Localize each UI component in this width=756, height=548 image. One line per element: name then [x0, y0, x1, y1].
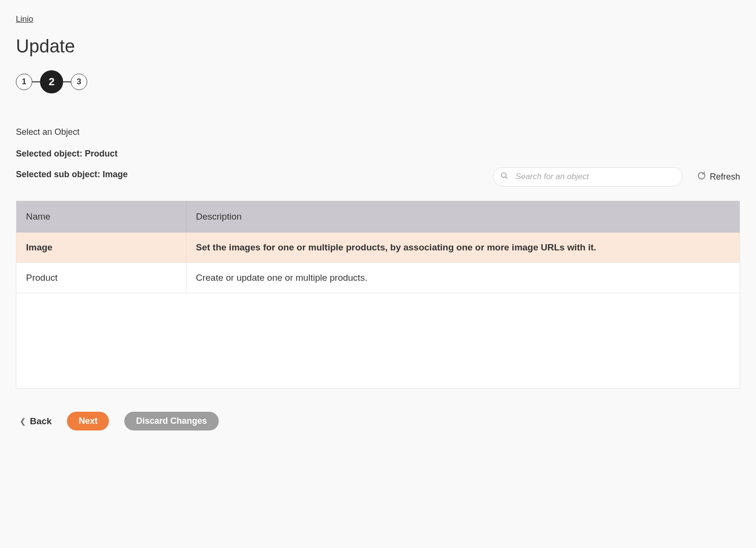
table-row[interactable]: Product Create or update one or multiple…	[16, 263, 740, 293]
back-label: Back	[30, 416, 52, 427]
select-object-label: Select an Object	[16, 127, 740, 137]
page-title: Update	[16, 36, 740, 57]
step-1[interactable]: 1	[16, 74, 32, 90]
cell-description: Create or update one or multiple product…	[186, 263, 740, 293]
back-button[interactable]: ❮ Back	[20, 416, 52, 427]
column-name: Name	[16, 201, 186, 233]
cell-name: Image	[16, 233, 186, 263]
selected-object-label: Selected object: Product	[16, 149, 740, 159]
search-wrap	[493, 167, 683, 186]
table-row[interactable]: Image Set the images for one or multiple…	[16, 233, 740, 263]
step-3[interactable]: 3	[71, 74, 87, 90]
refresh-icon	[697, 171, 706, 183]
cell-name: Product	[16, 263, 186, 293]
refresh-button[interactable]: Refresh	[697, 171, 740, 183]
chevron-left-icon: ❮	[20, 417, 26, 426]
column-description: Description	[186, 201, 740, 233]
step-connector	[63, 81, 71, 82]
next-button[interactable]: Next	[67, 412, 109, 431]
cell-description: Set the images for one or multiple produ…	[186, 233, 740, 263]
refresh-label: Refresh	[710, 172, 740, 182]
step-2[interactable]: 2	[40, 70, 63, 93]
step-connector	[32, 81, 40, 82]
object-table-container: Name Description Image Set the images fo…	[16, 201, 740, 389]
object-table: Name Description Image Set the images fo…	[16, 201, 740, 293]
discard-button[interactable]: Discard Changes	[124, 412, 218, 431]
footer-buttons: ❮ Back Next Discard Changes	[16, 412, 740, 431]
stepper: 1 2 3	[16, 70, 740, 93]
breadcrumb-link[interactable]: Linio	[16, 14, 33, 24]
search-input[interactable]	[493, 167, 683, 186]
